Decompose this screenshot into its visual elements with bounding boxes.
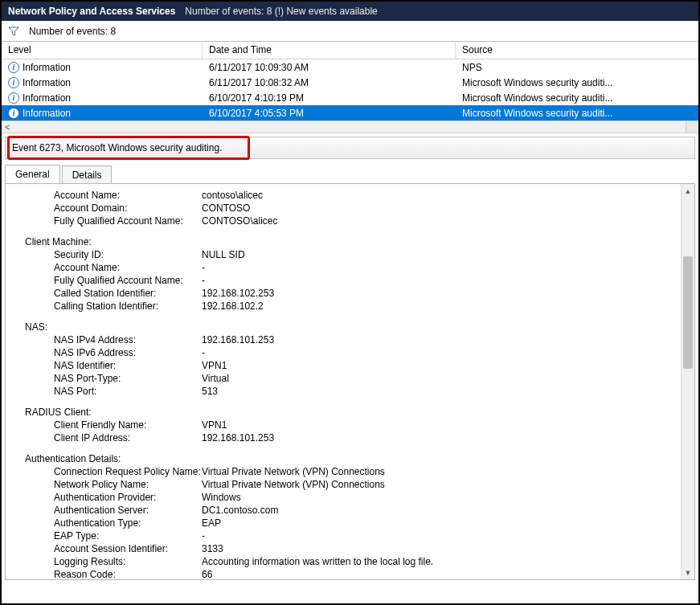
cell-datetime: 6/11/2017 10:08:32 AM bbox=[203, 77, 456, 88]
scroll-thumb[interactable] bbox=[683, 256, 693, 369]
detail-value: 513 bbox=[202, 385, 675, 398]
detail-row: NAS Identifier:VPN1 bbox=[25, 359, 675, 372]
cell-level: Information bbox=[23, 77, 71, 88]
detail-row: Calling Station Identifier:192.168.102.2 bbox=[25, 300, 675, 313]
detail-key: Account Domain: bbox=[25, 202, 202, 215]
detail-row: Reason Code:66 bbox=[25, 568, 675, 580]
detail-key: Calling Station Identifier: bbox=[25, 300, 202, 313]
cell-datetime: 6/10/2017 4:10:19 PM bbox=[203, 92, 456, 104]
cell-source: Microsoft Windows security auditi... bbox=[456, 92, 698, 104]
col-level[interactable]: Level bbox=[2, 42, 203, 59]
detail-value: Virtual bbox=[202, 372, 675, 385]
tab-general[interactable]: General bbox=[5, 165, 60, 184]
app-title: Network Policy and Access Services bbox=[8, 6, 175, 17]
cell-source: NPS bbox=[456, 62, 698, 73]
detail-row: Called Station Identifier:192.168.102.25… bbox=[25, 287, 675, 300]
scroll-left-icon[interactable]: < bbox=[5, 122, 10, 132]
detail-key: Connection Request Policy Name: bbox=[25, 465, 202, 478]
detail-row: Authentication Type:EAP bbox=[25, 517, 675, 529]
table-row[interactable]: iInformation6/10/2017 4:05:53 PMMicrosof… bbox=[2, 105, 698, 121]
detail-key: NAS Port: bbox=[25, 385, 202, 398]
detail-value: - bbox=[202, 346, 675, 359]
detail-key: EAP Type: bbox=[25, 529, 202, 542]
detail-key: Called Station Identifier: bbox=[25, 287, 202, 300]
info-icon: i bbox=[8, 108, 19, 119]
detail-row: NAS IPv6 Address:- bbox=[25, 346, 675, 359]
detail-row: Fully Qualified Account Name:- bbox=[25, 274, 675, 287]
detail-key: Logging Results: bbox=[25, 555, 202, 568]
section-title: NAS: bbox=[25, 321, 675, 333]
cell-source: Microsoft Windows security auditi... bbox=[456, 108, 698, 119]
detail-value: contoso\alicec bbox=[202, 189, 675, 202]
filter-bar: Number of events: 8 bbox=[2, 21, 698, 42]
scroll-right-track[interactable] bbox=[686, 121, 698, 133]
detail-value: DC1.contoso.com bbox=[202, 504, 675, 517]
detail-key: Network Policy Name: bbox=[25, 478, 202, 491]
detail-value: Virtual Private Network (VPN) Connection… bbox=[202, 465, 675, 478]
detail-row: Account Session Identifier:3133 bbox=[25, 542, 675, 555]
detail-key: Account Name: bbox=[25, 261, 202, 274]
table-row[interactable]: iInformation6/11/2017 10:09:30 AMNPS bbox=[2, 59, 698, 75]
detail-row: Authentication Server:DC1.contoso.com bbox=[25, 504, 675, 517]
horizontal-scrollbar[interactable]: < bbox=[2, 121, 698, 133]
detail-row: Account Name:- bbox=[25, 261, 675, 274]
col-datetime[interactable]: Date and Time bbox=[203, 42, 456, 59]
event-count: Number of events: 8 bbox=[29, 26, 116, 37]
detail-tabs-wrap: General Details Account Name:contoso\ali… bbox=[5, 164, 695, 580]
detail-value: 192.168.102.2 bbox=[202, 300, 675, 313]
tab-details[interactable]: Details bbox=[62, 166, 113, 184]
detail-value: 192.168.102.253 bbox=[202, 287, 675, 300]
detail-row: Connection Request Policy Name:Virtual P… bbox=[25, 465, 675, 478]
table-header: Level Date and Time Source bbox=[2, 42, 698, 59]
detail-key: NAS IPv4 Address: bbox=[25, 333, 202, 346]
detail-key: Account Session Identifier: bbox=[25, 542, 202, 555]
section-title: RADIUS Client: bbox=[25, 406, 675, 419]
scroll-down-icon[interactable]: ▼ bbox=[682, 566, 694, 579]
filter-icon[interactable] bbox=[8, 26, 19, 37]
event-title-bar: Event 6273, Microsoft Windows security a… bbox=[5, 137, 695, 159]
detail-value: VPN1 bbox=[202, 419, 675, 431]
info-icon: i bbox=[8, 77, 19, 88]
detail-row: Authentication Provider:Windows bbox=[25, 491, 675, 504]
detail-key: Fully Qualified Account Name: bbox=[25, 274, 202, 287]
tab-content: Account Name:contoso\alicecAccount Domai… bbox=[5, 183, 695, 580]
title-bar: Network Policy and Access Services Numbe… bbox=[2, 2, 698, 21]
table-row[interactable]: iInformation6/11/2017 10:08:32 AMMicroso… bbox=[2, 75, 698, 90]
table-row[interactable]: iInformation6/10/2017 4:10:19 PMMicrosof… bbox=[2, 90, 698, 105]
detail-value: 192.168.101.253 bbox=[202, 333, 675, 346]
event-details: Account Name:contoso\alicecAccount Domai… bbox=[25, 189, 675, 580]
scroll-up-icon[interactable]: ▲ bbox=[682, 184, 694, 198]
section-title: Client Machine: bbox=[25, 235, 675, 248]
detail-value: 3133 bbox=[202, 542, 675, 555]
detail-key: NAS Identifier: bbox=[25, 359, 202, 372]
table-body: iInformation6/11/2017 10:09:30 AMNPSiInf… bbox=[2, 59, 698, 121]
detail-row: Account Domain:CONTOSO bbox=[25, 202, 675, 215]
cell-datetime: 6/11/2017 10:09:30 AM bbox=[203, 62, 456, 73]
col-source[interactable]: Source bbox=[456, 42, 698, 59]
section-title: Authentication Details: bbox=[25, 452, 675, 465]
detail-key: Client Friendly Name: bbox=[25, 419, 202, 431]
cell-source: Microsoft Windows security auditi... bbox=[456, 77, 698, 88]
detail-value: Virtual Private Network (VPN) Connection… bbox=[202, 478, 675, 491]
detail-row: Account Name:contoso\alicec bbox=[25, 189, 675, 202]
detail-value: - bbox=[202, 261, 675, 274]
vertical-scrollbar[interactable]: ▲ ▼ bbox=[681, 184, 694, 579]
tab-strip: General Details bbox=[5, 165, 695, 184]
detail-key: Reason Code: bbox=[25, 568, 202, 580]
detail-value: NULL SID bbox=[202, 248, 675, 261]
cell-level: Information bbox=[23, 62, 71, 73]
detail-key: Account Name: bbox=[25, 189, 202, 202]
detail-row: Client IP Address:192.168.101.253 bbox=[25, 431, 675, 444]
detail-value: - bbox=[202, 274, 675, 287]
events-table: Level Date and Time Source iInformation6… bbox=[2, 42, 698, 121]
detail-value: Windows bbox=[202, 491, 675, 504]
detail-row: EAP Type:- bbox=[25, 529, 675, 542]
detail-key: NAS Port-Type: bbox=[25, 372, 202, 385]
detail-key: Authentication Server: bbox=[25, 504, 202, 517]
detail-row: NAS IPv4 Address:192.168.101.253 bbox=[25, 333, 675, 346]
detail-value: Accounting information was written to th… bbox=[202, 555, 675, 568]
detail-row: Network Policy Name:Virtual Private Netw… bbox=[25, 478, 675, 491]
detail-row: Logging Results:Accounting information w… bbox=[25, 555, 675, 568]
detail-value: 66 bbox=[202, 568, 675, 580]
info-icon: i bbox=[8, 92, 19, 104]
